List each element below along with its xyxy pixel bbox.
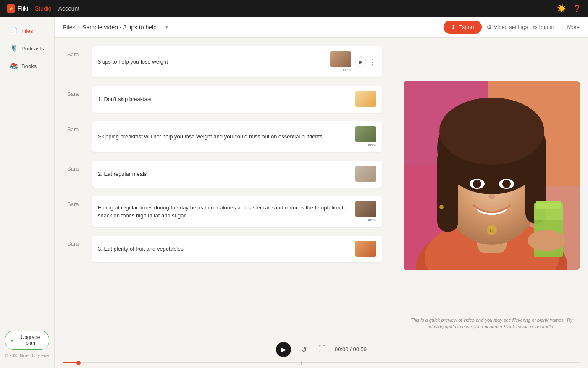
play-button[interactable]: ▶ xyxy=(276,342,291,357)
studio-nav-item[interactable]: Studio xyxy=(35,5,52,12)
scene-play-button[interactable]: ▶ xyxy=(355,56,366,67)
scene-more-button[interactable]: ⋮ xyxy=(368,57,376,67)
scene-content: 3. Eat plenty of fruit and vegetables xyxy=(92,236,382,262)
speaker-name: Sara xyxy=(67,166,86,172)
more-label: More xyxy=(567,24,580,30)
playback-controls: ▶ ↺ ⛶ 00:00 / 00:59 xyxy=(276,342,367,357)
sidebar: 📄 Files 🎙️ Podcasts 📚 Books ✔ Upgrade pl… xyxy=(0,17,55,368)
svg-rect-22 xyxy=(534,203,563,220)
scene-content: Eating at regular times during the day h… xyxy=(92,196,382,227)
breadcrumb-dropdown-icon[interactable]: ▾ xyxy=(165,24,168,30)
files-icon: 📄 xyxy=(10,27,18,34)
speaker-name: Sara xyxy=(67,126,86,132)
books-icon: 📚 xyxy=(10,62,18,70)
svg-point-23 xyxy=(528,230,565,251)
scene-thumbnail[interactable] xyxy=(355,201,376,217)
video-settings-button[interactable]: ⚙ Video settings xyxy=(487,24,528,30)
import-icon: ∞ xyxy=(533,24,537,30)
scene-content: 3 tips to help you lose weight 00:12 ▶ ⋮ xyxy=(92,46,382,77)
export-icon: ⬇ xyxy=(451,24,456,30)
replay-button[interactable]: ↺ xyxy=(298,344,310,355)
timeline-marker-2 xyxy=(301,361,302,365)
sidebar-item-files-label: Files xyxy=(21,28,33,34)
scene-text[interactable]: 3 tips to help you lose weight xyxy=(98,58,326,66)
svg-text:E: E xyxy=(490,228,493,233)
breadcrumb: Files › Sample video - 3 tips to help ..… xyxy=(63,24,168,31)
scene-thumb-wrap: 00:06 xyxy=(355,126,376,147)
table-row: Sara Skipping breakfast will not help yo… xyxy=(67,121,382,152)
breadcrumb-current: Sample video - 3 tips to help ... xyxy=(82,24,163,31)
more-icon: ⋮ xyxy=(559,24,565,30)
top-navigation: ⚡ Fliki Studio Account ☀️ ❓ xyxy=(0,0,588,17)
scene-text[interactable]: 1. Don't skip breakfast xyxy=(98,95,351,103)
help-icon[interactable]: ❓ xyxy=(573,5,581,13)
scene-timestamp: 00:06 xyxy=(367,143,376,147)
svg-point-15 xyxy=(502,180,511,188)
import-button[interactable]: ∞ Import xyxy=(533,24,554,30)
app-name: Fliki xyxy=(18,5,28,12)
scene-thumb-wrap: 00:12 xyxy=(330,51,351,72)
copyright-text: © 2023 Nine Thirty Five xyxy=(5,353,49,358)
timeline-track[interactable] xyxy=(63,362,580,363)
app-body: 📄 Files 🎙️ Podcasts 📚 Books ✔ Upgrade pl… xyxy=(0,17,588,368)
script-panel: Sara 3 tips to help you lose weight 00:1… xyxy=(55,38,395,339)
sidebar-item-podcasts[interactable]: 🎙️ Podcasts xyxy=(3,40,51,56)
video-settings-label: Video settings xyxy=(494,24,528,30)
scene-text[interactable]: 2. Eat regular meals xyxy=(98,170,351,178)
time-display: 00:00 / 00:59 xyxy=(335,346,367,352)
table-row: Sara 2. Eat regular meals xyxy=(67,161,382,188)
more-button[interactable]: ⋮ More xyxy=(559,24,580,30)
scene-thumbnail[interactable] xyxy=(355,126,376,142)
account-nav-item[interactable]: Account xyxy=(58,5,80,12)
fullscreen-button[interactable]: ⛶ xyxy=(316,344,328,355)
scene-content: Skipping breakfast will not help you los… xyxy=(92,121,382,152)
video-content: E xyxy=(404,81,580,270)
logo[interactable]: ⚡ Fliki xyxy=(7,4,28,13)
scene-thumbnail[interactable] xyxy=(355,91,376,107)
scene-content: 2. Eat regular meals xyxy=(92,161,382,188)
breadcrumb-actions: ⬇ Export ⚙ Video settings ∞ Import ⋮ Mor… xyxy=(444,21,580,34)
speaker-name: Sara xyxy=(67,241,86,247)
timeline-marker-3 xyxy=(420,361,420,365)
export-label: Export xyxy=(458,24,474,30)
preview-panel: E This is a quick preview of video and y… xyxy=(395,38,588,339)
video-preview: E xyxy=(395,38,588,313)
scene-thumbnail[interactable] xyxy=(355,166,376,182)
check-icon: ✔ xyxy=(10,337,15,343)
scene-text[interactable]: 3. Eat plenty of fruit and vegetables xyxy=(98,245,351,253)
scene-thumbnail[interactable] xyxy=(355,241,376,257)
breadcrumb-bar: Files › Sample video - 3 tips to help ..… xyxy=(55,17,588,38)
sidebar-item-books-label: Books xyxy=(21,63,37,69)
svg-point-13 xyxy=(473,180,481,188)
table-row: Sara 3 tips to help you lose weight 00:1… xyxy=(67,46,382,77)
scene-text[interactable]: Eating at regular times during the day h… xyxy=(98,204,351,220)
timeline-marker-1 xyxy=(270,361,270,365)
scene-thumbnail[interactable] xyxy=(330,51,351,67)
timeline[interactable] xyxy=(63,360,580,365)
breadcrumb-root[interactable]: Files xyxy=(63,24,76,31)
sidebar-bottom: ✔ Upgrade plan © 2023 Nine Thirty Five xyxy=(0,326,54,363)
scene-timestamp: 00:12 xyxy=(341,68,351,72)
podcasts-icon: 🎙️ xyxy=(10,45,18,52)
scene-thumb-wrap xyxy=(355,91,376,108)
video-frame: E xyxy=(404,81,580,270)
table-row: Sara Eating at regular times during the … xyxy=(67,196,382,227)
scene-text[interactable]: Skipping breakfast will not help you los… xyxy=(98,132,351,141)
scene-timestamp: 00:26 xyxy=(367,218,376,222)
sidebar-item-podcasts-label: Podcasts xyxy=(21,45,44,52)
theme-toggle-icon[interactable]: ☀️ xyxy=(557,4,566,13)
app-icon: ⚡ xyxy=(7,4,15,13)
import-label: Import xyxy=(539,24,555,30)
scene-content: 1. Don't skip breakfast xyxy=(92,86,382,113)
svg-rect-9 xyxy=(437,148,458,232)
sidebar-item-books[interactable]: 📚 Books xyxy=(3,58,51,74)
upgrade-label: Upgrade plan xyxy=(17,334,44,346)
timeline-thumb[interactable] xyxy=(76,361,81,365)
speaker-name: Sara xyxy=(67,201,86,207)
settings-icon: ⚙ xyxy=(487,24,492,30)
sidebar-item-files[interactable]: 📄 Files xyxy=(3,23,51,39)
upgrade-plan-button[interactable]: ✔ Upgrade plan xyxy=(5,331,49,350)
playback-bar: ▶ ↺ ⛶ 00:00 / 00:59 xyxy=(55,339,588,368)
export-button[interactable]: ⬇ Export xyxy=(444,21,482,34)
table-row: Sara 1. Don't skip breakfast xyxy=(67,86,382,113)
